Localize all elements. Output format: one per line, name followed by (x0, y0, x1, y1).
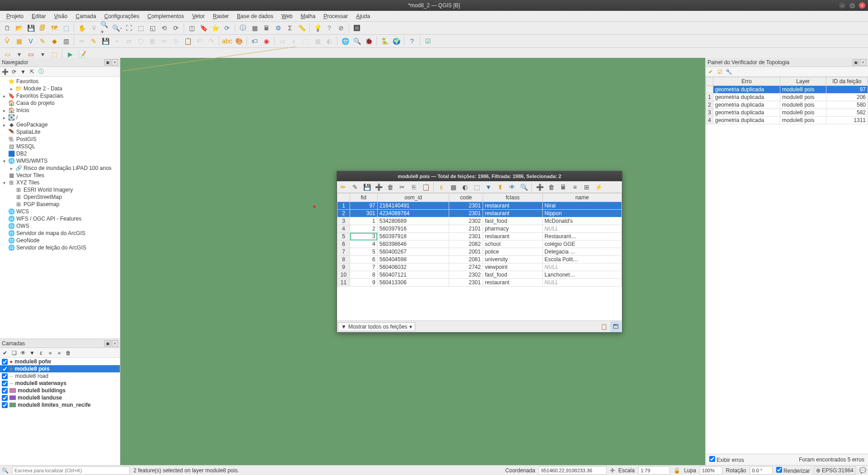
new-shapefile-icon[interactable]: ✎ (37, 36, 48, 47)
new-layer-icon[interactable]: V (25, 36, 36, 47)
browser-panel-title: Navegador ▣ × (0, 58, 120, 61)
menu-web[interactable]: Web (278, 12, 296, 20)
menu-malha[interactable]: Malha (297, 12, 319, 20)
web-icon[interactable]: 🌍 (391, 36, 402, 47)
topology-panel-title: Painel do Verificador de Topologia ▣ × (706, 58, 868, 61)
new-project-icon[interactable]: 🗋 (2, 23, 13, 33)
menu-complementos[interactable]: Complementos (144, 12, 188, 20)
panel-close-button[interactable]: × (112, 59, 118, 61)
add-vector-icon[interactable]: V̂ (2, 36, 13, 47)
delete-icon[interactable]: 🗑 (147, 36, 158, 47)
style-manager-icon[interactable]: ⬚ (61, 23, 71, 33)
zoom-last-icon[interactable]: ⟲ (159, 23, 170, 33)
identify-icon[interactable]: ⓘ (237, 23, 248, 33)
annotation-icon[interactable]: 🅰 (351, 23, 362, 33)
save-as-icon[interactable]: 🗐 (37, 23, 48, 33)
zoom-selection-icon[interactable]: ⬚ (135, 23, 146, 33)
paste-icon[interactable]: 📋 (182, 36, 193, 47)
save-edits-icon[interactable]: 💾 (100, 36, 111, 47)
measure-icon[interactable]: 📏 (296, 23, 307, 33)
undo-icon[interactable]: ↶ (194, 36, 205, 47)
cut-icon[interactable]: ✂ (159, 36, 170, 47)
plugin-a-icon[interactable]: 🐞 (363, 36, 374, 47)
search-icon[interactable]: 🔍 (351, 36, 362, 47)
toggle-edit-icon[interactable]: ✎ (88, 36, 99, 47)
save-project-icon[interactable]: 💾 (25, 23, 36, 33)
titlebar: *mod8_2 — QGIS [B] – ▢ × (0, 0, 868, 11)
layout-icon[interactable]: 🗺 (49, 23, 60, 33)
topology-title-label: Painel do Verificador de Topologia (707, 59, 789, 61)
help-icon[interactable]: ? (324, 23, 335, 33)
menu-projeto[interactable]: Projeto (3, 12, 27, 20)
menu-vetor[interactable]: Vetor (189, 12, 209, 20)
browser-title-label: Navegador (2, 59, 28, 61)
desel-icon[interactable]: ⬚ (300, 36, 311, 47)
new-virtual-icon[interactable]: ▥ (61, 36, 71, 47)
field-calc-icon[interactable]: 🖩 (261, 23, 272, 33)
close-button[interactable]: × (859, 2, 865, 9)
panel-dock-button[interactable]: ▣ (104, 59, 111, 61)
toolbox-icon[interactable]: ⚙ (273, 23, 284, 33)
no-action-icon[interactable]: ⊘ (336, 23, 346, 33)
menu-visão[interactable]: Visão (50, 12, 71, 20)
attr-table-icon[interactable]: ▦ (249, 23, 260, 33)
menu-configurações[interactable]: Configurações (101, 12, 143, 20)
new-gpkg-icon[interactable]: ◆ (49, 36, 60, 47)
help-icon[interactable]: ? (407, 36, 417, 47)
menu-camada[interactable]: Camada (72, 12, 100, 20)
edit-icon[interactable]: ✏ (76, 36, 87, 47)
panel-dock-button[interactable]: ▣ (853, 59, 859, 61)
menubar: ProjetoEditarVisãoCamadaConfiguraçõesCom… (0, 11, 868, 22)
menu-raster[interactable]: Raster (209, 12, 232, 20)
osm-icon[interactable]: 🌐 (340, 36, 351, 47)
tips-icon[interactable]: 💡 (312, 23, 323, 33)
window-title: *mod8_2 — QGIS [B] (408, 2, 460, 9)
zoom-layer-icon[interactable]: ◱ (147, 23, 158, 33)
map-canvas[interactable] (120, 58, 705, 61)
toolbar-1: 🗋📂💾🗐🗺⬚✋☟🔍+🔍-⛶⬚◱⟲⟳◫🔖⭐⟳ⓘ▦🖩⚙Σ📏💡?⊘🅰 (0, 22, 868, 35)
open-project-icon[interactable]: 📂 (14, 23, 24, 33)
zoom-in-icon[interactable]: 🔍+ (100, 23, 111, 33)
statistics-icon[interactable]: Σ (285, 23, 295, 33)
topology-checker-icon[interactable]: ☑ (422, 36, 433, 47)
menu-base de dados[interactable]: Base de dados (233, 12, 277, 20)
invert-sel-icon[interactable]: ◐ (324, 36, 335, 47)
toolbar-2: V̂▦V✎◆▥✏✎💾•⇄⬡🗑✂⎘📋↶↷abc🎨🏷◉▭ε⬚▦◐🌐🔍🐞🐍🌍?☑ (0, 35, 868, 48)
copy-icon[interactable]: ⎘ (171, 36, 181, 47)
bookmarks-icon[interactable]: ⭐ (210, 23, 221, 33)
pan-selection-icon[interactable]: ☟ (88, 23, 99, 33)
node-tool-icon[interactable]: ⬡ (135, 36, 146, 47)
sel-all-icon[interactable]: ▦ (312, 36, 323, 47)
add-feature-icon[interactable]: • (112, 36, 123, 47)
new-map-icon[interactable]: ◫ (186, 23, 197, 33)
menu-editar[interactable]: Editar (28, 12, 49, 20)
minimize-button[interactable]: – (839, 2, 845, 9)
pan-icon[interactable]: ✋ (76, 23, 87, 33)
zoom-out-icon[interactable]: 🔍- (112, 23, 123, 33)
zoom-full-icon[interactable]: ⛶ (123, 23, 134, 33)
maximize-button[interactable]: ▢ (849, 2, 855, 9)
refresh-icon[interactable]: ⟳ (222, 23, 232, 33)
panel-close-button[interactable]: × (860, 59, 866, 61)
zoom-next-icon[interactable]: ⟳ (171, 23, 181, 33)
add-raster-icon[interactable]: ▦ (14, 36, 24, 47)
python-icon[interactable]: 🐍 (379, 36, 390, 47)
menu-processar[interactable]: Processar (320, 12, 351, 20)
menu-ajuda[interactable]: Ajuda (352, 12, 374, 20)
new-bookmark-icon[interactable]: 🔖 (198, 23, 209, 33)
move-feature-icon[interactable]: ⇄ (123, 36, 134, 47)
